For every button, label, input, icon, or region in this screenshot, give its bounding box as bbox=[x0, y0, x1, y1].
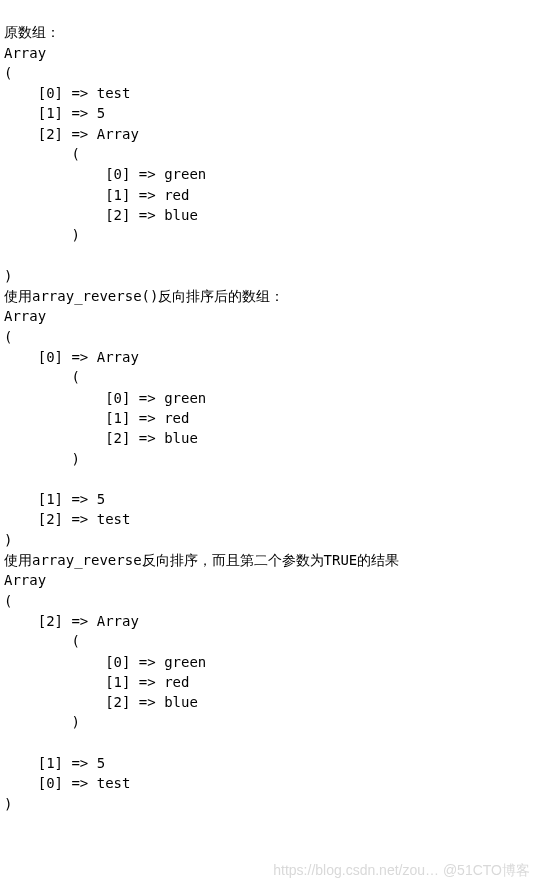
paren-close: ) bbox=[4, 796, 12, 812]
paren-close: ) bbox=[71, 714, 79, 730]
entry: [2] => blue bbox=[105, 207, 198, 223]
section-2-heading: 使用array_reverse()反向排序后的数组： bbox=[4, 288, 284, 304]
entry: [1] => 5 bbox=[38, 755, 105, 771]
entry: [2] => Array bbox=[38, 613, 139, 629]
entry: [0] => green bbox=[105, 390, 206, 406]
entry: [0] => test bbox=[38, 85, 131, 101]
section-3-heading: 使用array_reverse反向排序，而且第二个参数为TRUE的结果 bbox=[4, 552, 399, 568]
section-1-heading: 原数组： bbox=[4, 24, 60, 40]
entry: [2] => blue bbox=[105, 694, 198, 710]
paren-open: ( bbox=[4, 65, 12, 81]
paren-close: ) bbox=[71, 451, 79, 467]
paren-open: ( bbox=[71, 369, 79, 385]
entry: [2] => test bbox=[38, 511, 131, 527]
entry: [1] => red bbox=[105, 674, 189, 690]
paren-open: ( bbox=[4, 593, 12, 609]
paren-open: ( bbox=[71, 146, 79, 162]
entry: [0] => Array bbox=[38, 349, 139, 365]
entry: [0] => green bbox=[105, 166, 206, 182]
paren-open: ( bbox=[4, 329, 12, 345]
array-keyword: Array bbox=[4, 572, 46, 588]
array-keyword: Array bbox=[4, 308, 46, 324]
entry: [0] => test bbox=[38, 775, 131, 791]
entry: [2] => Array bbox=[38, 126, 139, 142]
entry: [1] => red bbox=[105, 410, 189, 426]
entry: [1] => 5 bbox=[38, 105, 105, 121]
paren-close: ) bbox=[71, 227, 79, 243]
entry: [1] => red bbox=[105, 187, 189, 203]
paren-close: ) bbox=[4, 532, 12, 548]
entry: [1] => 5 bbox=[38, 491, 105, 507]
paren-close: ) bbox=[4, 268, 12, 284]
entry: [2] => blue bbox=[105, 430, 198, 446]
array-keyword: Array bbox=[4, 45, 46, 61]
paren-open: ( bbox=[71, 633, 79, 649]
code-output: 原数组： Array ( [0] => test [1] => 5 [2] =>… bbox=[0, 0, 538, 814]
entry: [0] => green bbox=[105, 654, 206, 670]
watermark-text: https://blog.csdn.net/zou… @51CTO博客 bbox=[273, 862, 530, 880]
